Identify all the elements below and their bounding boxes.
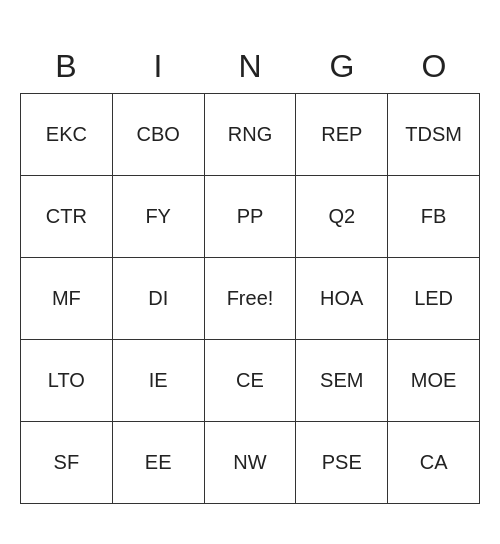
cell-r0-c0[interactable]: EKC bbox=[21, 94, 113, 176]
cell-r2-c4[interactable]: LED bbox=[388, 258, 480, 340]
cell-r2-c2[interactable]: Free! bbox=[205, 258, 297, 340]
bingo-header: BINGO bbox=[20, 40, 480, 93]
header-letter: G bbox=[296, 40, 388, 93]
cell-r0-c4[interactable]: TDSM bbox=[388, 94, 480, 176]
cell-r4-c3[interactable]: PSE bbox=[296, 422, 388, 504]
cell-r2-c0[interactable]: MF bbox=[21, 258, 113, 340]
cell-r1-c0[interactable]: CTR bbox=[21, 176, 113, 258]
cell-r1-c4[interactable]: FB bbox=[388, 176, 480, 258]
cell-r4-c2[interactable]: NW bbox=[205, 422, 297, 504]
cell-r4-c4[interactable]: CA bbox=[388, 422, 480, 504]
cell-r3-c2[interactable]: CE bbox=[205, 340, 297, 422]
header-letter: I bbox=[112, 40, 204, 93]
cell-r3-c0[interactable]: LTO bbox=[21, 340, 113, 422]
cell-r2-c1[interactable]: DI bbox=[113, 258, 205, 340]
header-letter: N bbox=[204, 40, 296, 93]
cell-r0-c3[interactable]: REP bbox=[296, 94, 388, 176]
cell-r3-c4[interactable]: MOE bbox=[388, 340, 480, 422]
bingo-grid: EKCCBORNGREPTDSMCTRFYPPQ2FBMFDIFree!HOAL… bbox=[20, 93, 480, 504]
cell-r3-c3[interactable]: SEM bbox=[296, 340, 388, 422]
cell-r2-c3[interactable]: HOA bbox=[296, 258, 388, 340]
header-letter: O bbox=[388, 40, 480, 93]
header-letter: B bbox=[20, 40, 112, 93]
cell-r0-c2[interactable]: RNG bbox=[205, 94, 297, 176]
cell-r1-c2[interactable]: PP bbox=[205, 176, 297, 258]
cell-r4-c0[interactable]: SF bbox=[21, 422, 113, 504]
cell-r1-c3[interactable]: Q2 bbox=[296, 176, 388, 258]
cell-r3-c1[interactable]: IE bbox=[113, 340, 205, 422]
cell-r1-c1[interactable]: FY bbox=[113, 176, 205, 258]
cell-r4-c1[interactable]: EE bbox=[113, 422, 205, 504]
cell-r0-c1[interactable]: CBO bbox=[113, 94, 205, 176]
bingo-card: BINGO EKCCBORNGREPTDSMCTRFYPPQ2FBMFDIFre… bbox=[20, 40, 480, 504]
